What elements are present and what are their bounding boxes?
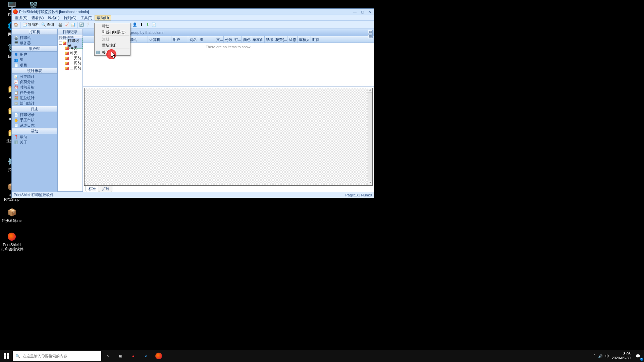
svg-rect-1 xyxy=(7,353,9,356)
tb-user-icon[interactable]: 👤 xyxy=(132,22,138,28)
app-window: PrintShield打印监控软件[localhost : admin] — ▢… xyxy=(11,8,374,198)
tray-volume-icon[interactable]: 🔊 xyxy=(598,354,603,358)
sidebar-item-project[interactable]: 📄项目 xyxy=(12,62,57,68)
sidebar-item-syslog[interactable]: 📃系统日志 xyxy=(12,123,57,128)
tb-help-icon[interactable]: ❔ xyxy=(85,22,91,28)
sidebar-item-time[interactable]: ⏰时间分析 xyxy=(12,84,57,90)
tb-nav[interactable]: 📑导航栏 xyxy=(21,22,40,28)
taskbar: 🔍 在这里输入你要搜索的内容 ○ ⊞ ● ｅ ˄ 🔊 中 3:052020-05… xyxy=(0,350,644,362)
sh-report: 统计报表 xyxy=(12,68,57,74)
dd-register: 注册 xyxy=(95,36,130,42)
tb-print-icon[interactable]: 🖨️ xyxy=(57,22,63,28)
preview-pane: ▲▼ xyxy=(84,88,373,186)
tb-record-icon[interactable]: ● xyxy=(127,350,140,362)
sh-log: 日志 xyxy=(12,106,57,112)
sidebar-item-task[interactable]: 📋任务分析 xyxy=(12,90,57,95)
status-right: Page:1/1 Num:0 xyxy=(345,193,372,197)
tree-pane: 打印记录 快捷选项 −打印记录 今天 昨天 二天前 一周前 二周前 xyxy=(57,29,83,192)
sidebar-item-help[interactable]: ❓帮助 xyxy=(12,134,57,139)
menu-help[interactable]: 帮助(H) xyxy=(95,15,111,20)
tree-2weeks[interactable]: 二周前 xyxy=(59,66,83,71)
search-icon: 🔍 xyxy=(15,354,20,358)
tb-edge-icon[interactable]: ｅ xyxy=(140,350,152,362)
sidebar: 打印机 🖨️打印机 🖥️服务器 用户/组 👤用户 👥组 📄项目 统计报表 📊分类… xyxy=(12,29,57,192)
menu-service[interactable]: 服务(S) xyxy=(13,15,30,20)
titlebar[interactable]: PrintShield打印监控软件[localhost : admin] — ▢… xyxy=(12,9,374,15)
tb-app-icon[interactable] xyxy=(152,350,165,362)
toolbar: 🏠 📑导航栏 🔍查询 🖨️ 📈 📊 🔄 ❔ 👤 ⬆ ⬇ 📄 xyxy=(12,21,374,29)
menu-view[interactable]: 查看(V) xyxy=(30,15,46,20)
start-button[interactable] xyxy=(0,350,13,362)
tree-2days[interactable]: 二天前 xyxy=(59,56,83,61)
svg-rect-2 xyxy=(4,356,6,359)
tb-home-icon[interactable]: 🏠 xyxy=(13,22,19,28)
dd-contact[interactable]: 和我们联系(C) xyxy=(95,29,130,35)
dd-help[interactable]: 帮助 xyxy=(95,23,130,29)
tb-refresh-icon[interactable]: 🔄 xyxy=(78,22,85,28)
cursor-icon xyxy=(111,52,116,59)
sidebar-item-sum[interactable]: 🧮汇总统计 xyxy=(12,95,57,101)
tray-notify-icon[interactable]: 💬 xyxy=(633,350,643,362)
tray-chevron-icon[interactable]: ˄ xyxy=(593,354,595,358)
sidebar-item-load[interactable]: 📈负荷分析 xyxy=(12,79,57,84)
info-icon: ℹ️ xyxy=(96,50,100,55)
tray-ime[interactable]: 中 xyxy=(605,354,609,359)
sidebar-item-about[interactable]: ℹ️关于 xyxy=(12,139,57,145)
menu-tools[interactable]: 工具(T) xyxy=(78,15,95,20)
sidebar-item-cat[interactable]: 📊分类统计 xyxy=(12,74,57,79)
sidebar-item-server[interactable]: 🖥️服务器 xyxy=(12,40,57,46)
window-title: PrintShield打印监控软件[localhost : admin] xyxy=(19,9,352,14)
tree-1week[interactable]: 一周前 xyxy=(59,61,83,66)
sh-users: 用户/组 xyxy=(12,46,57,52)
tree-yesterday[interactable]: 昨天 xyxy=(59,51,83,56)
svg-rect-3 xyxy=(7,356,9,359)
tb-down-icon[interactable]: ⬇ xyxy=(145,22,151,28)
sidebar-item-dept[interactable]: 🏢部门统计 xyxy=(12,101,57,106)
grid-empty-text: There are no items to show. xyxy=(206,45,251,49)
tb-up-icon[interactable]: ⬆ xyxy=(138,22,144,28)
close-button[interactable]: ✕ xyxy=(367,9,373,14)
tree-header: 打印记录 xyxy=(58,29,83,35)
tb-chart1-icon[interactable]: 📈 xyxy=(64,22,70,28)
preview-tabs: 标准 扩展 xyxy=(84,186,373,192)
tab-extended[interactable]: 扩展 xyxy=(99,186,112,192)
svg-rect-0 xyxy=(4,353,6,356)
search-placeholder: 在这里输入你要搜索的内容 xyxy=(23,354,67,359)
status-left: PrintShield打印监控软件 xyxy=(14,192,54,197)
menubar: 服务(S) 查看(V) 风格(L) 转到(G) 工具(T) 帮助(H) xyxy=(12,15,374,21)
sidebar-item-group[interactable]: 👥组 xyxy=(12,57,57,62)
dd-reregister[interactable]: 重新注册 xyxy=(95,42,130,48)
menu-goto[interactable]: 转到(G) xyxy=(62,15,78,20)
tree-root[interactable]: −打印记录 xyxy=(59,41,83,46)
tb-doc-icon[interactable]: 📄 xyxy=(151,22,157,28)
tb-cortana-icon[interactable]: ○ xyxy=(101,350,114,362)
tb-query[interactable]: 🔍查询 xyxy=(40,22,55,28)
search-box[interactable]: 🔍 在这里输入你要搜索的内容 xyxy=(13,351,101,361)
menu-style[interactable]: 风格(L) xyxy=(46,15,61,20)
tb-chart2-icon[interactable]: 📊 xyxy=(70,22,76,28)
preview-scrollbar[interactable]: ▲▼ xyxy=(368,88,372,185)
sidebar-item-printer[interactable]: 🖨️打印机 xyxy=(12,35,57,40)
sidebar-item-printlog[interactable]: 📄打印记录 xyxy=(12,112,57,117)
tray-clock[interactable]: 3:052020-05-30 xyxy=(612,352,631,360)
sh-help: 帮助 xyxy=(12,128,57,134)
tb-taskview-icon[interactable]: ⊞ xyxy=(114,350,127,362)
sh-printers: 打印机 xyxy=(12,29,57,35)
col-chooser-icon[interactable]: ▤ xyxy=(368,30,373,34)
tab-standard[interactable]: 标准 xyxy=(86,186,99,192)
minimize-button[interactable]: — xyxy=(352,9,358,14)
statusbar: PrintShield打印监控软件 Page:1/1 Num:0 xyxy=(12,192,374,198)
col-chooser2-icon[interactable]: ▦ xyxy=(368,34,373,38)
sidebar-item-user[interactable]: 👤用户 xyxy=(12,52,57,57)
app-icon xyxy=(13,9,18,14)
sidebar-item-audit[interactable]: ✋手工审核 xyxy=(12,117,57,123)
maximize-button[interactable]: ▢ xyxy=(359,9,365,14)
